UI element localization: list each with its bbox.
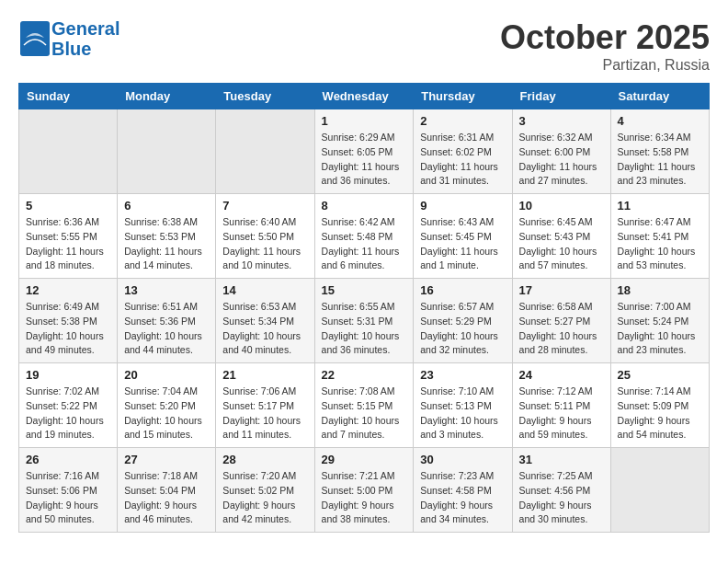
- day-number: 23: [420, 368, 505, 382]
- logo-icon: [18, 19, 51, 58]
- day-number: 5: [26, 199, 110, 213]
- day-info: Sunrise: 7:02 AM Sunset: 5:22 PM Dayligh…: [26, 385, 110, 442]
- calendar-cell: 14Sunrise: 6:53 AM Sunset: 5:34 PM Dayli…: [216, 279, 314, 363]
- calendar-table: SundayMondayTuesdayWednesdayThursdayFrid…: [18, 83, 710, 533]
- day-info: Sunrise: 6:40 AM Sunset: 5:50 PM Dayligh…: [222, 215, 307, 273]
- day-number: 16: [420, 283, 505, 297]
- calendar-cell: 4Sunrise: 6:34 AM Sunset: 5:58 PM Daylig…: [610, 109, 709, 194]
- calendar-cell: 5Sunrise: 6:36 AM Sunset: 5:55 PM Daylig…: [19, 194, 118, 279]
- day-info: Sunrise: 6:42 AM Sunset: 5:48 PM Dayligh…: [322, 215, 407, 273]
- day-number: 29: [322, 453, 407, 466]
- calendar-cell: 3Sunrise: 6:32 AM Sunset: 6:00 PM Daylig…: [512, 109, 610, 194]
- calendar-cell: 29Sunrise: 7:21 AM Sunset: 5:00 PM Dayli…: [314, 448, 414, 533]
- day-number: 7: [222, 199, 307, 213]
- calendar-cell: 13Sunrise: 6:51 AM Sunset: 5:36 PM Dayli…: [118, 279, 216, 363]
- day-info: Sunrise: 6:53 AM Sunset: 5:34 PM Dayligh…: [222, 300, 307, 358]
- title-area: October 2025 Partizan, Russia: [500, 18, 710, 74]
- day-number: 27: [124, 453, 209, 466]
- day-info: Sunrise: 7:10 AM Sunset: 5:13 PM Dayligh…: [420, 385, 505, 442]
- calendar-cell: 18Sunrise: 7:00 AM Sunset: 5:24 PM Dayli…: [610, 279, 709, 363]
- calendar-cell: 25Sunrise: 7:14 AM Sunset: 5:09 PM Dayli…: [610, 363, 709, 448]
- day-info: Sunrise: 6:47 AM Sunset: 5:41 PM Dayligh…: [618, 215, 702, 273]
- day-info: Sunrise: 7:06 AM Sunset: 5:17 PM Dayligh…: [222, 385, 307, 442]
- column-header-sunday: Sunday: [19, 84, 118, 109]
- calendar-cell: 30Sunrise: 7:23 AM Sunset: 4:58 PM Dayli…: [414, 448, 512, 533]
- day-number: 13: [124, 283, 209, 297]
- day-info: Sunrise: 6:45 AM Sunset: 5:43 PM Dayligh…: [519, 215, 604, 273]
- week-row-3: 12Sunrise: 6:49 AM Sunset: 5:38 PM Dayli…: [19, 279, 710, 363]
- day-number: 8: [322, 199, 407, 213]
- day-info: Sunrise: 6:58 AM Sunset: 5:27 PM Dayligh…: [519, 300, 604, 358]
- calendar-cell: [19, 109, 118, 194]
- day-number: 2: [420, 114, 505, 128]
- day-info: Sunrise: 7:21 AM Sunset: 5:00 PM Dayligh…: [322, 469, 407, 527]
- location-subtitle: Partizan, Russia: [500, 57, 710, 74]
- calendar-cell: 8Sunrise: 6:42 AM Sunset: 5:48 PM Daylig…: [314, 194, 414, 279]
- day-info: Sunrise: 6:43 AM Sunset: 5:45 PM Dayligh…: [420, 215, 505, 273]
- day-number: 10: [519, 199, 604, 213]
- calendar-header-row: SundayMondayTuesdayWednesdayThursdayFrid…: [19, 84, 710, 109]
- day-info: Sunrise: 7:16 AM Sunset: 5:06 PM Dayligh…: [26, 469, 110, 527]
- calendar-cell: 31Sunrise: 7:25 AM Sunset: 4:56 PM Dayli…: [512, 448, 610, 533]
- calendar-cell: 2Sunrise: 6:31 AM Sunset: 6:02 PM Daylig…: [414, 109, 512, 194]
- day-info: Sunrise: 6:49 AM Sunset: 5:38 PM Dayligh…: [26, 300, 110, 358]
- day-number: 18: [618, 283, 702, 297]
- calendar-cell: 7Sunrise: 6:40 AM Sunset: 5:50 PM Daylig…: [216, 194, 314, 279]
- calendar-cell: 28Sunrise: 7:20 AM Sunset: 5:02 PM Dayli…: [216, 448, 314, 533]
- day-number: 30: [420, 453, 505, 466]
- calendar-cell: [216, 109, 314, 194]
- day-info: Sunrise: 6:55 AM Sunset: 5:31 PM Dayligh…: [322, 300, 407, 358]
- calendar-cell: 10Sunrise: 6:45 AM Sunset: 5:43 PM Dayli…: [512, 194, 610, 279]
- day-number: 11: [618, 199, 702, 213]
- calendar-cell: 26Sunrise: 7:16 AM Sunset: 5:06 PM Dayli…: [19, 448, 118, 533]
- day-number: 15: [322, 283, 407, 297]
- day-number: 14: [222, 283, 307, 297]
- week-row-2: 5Sunrise: 6:36 AM Sunset: 5:55 PM Daylig…: [19, 194, 710, 279]
- column-header-friday: Friday: [512, 84, 610, 109]
- calendar-cell: 24Sunrise: 7:12 AM Sunset: 5:11 PM Dayli…: [512, 363, 610, 448]
- day-number: 19: [26, 368, 110, 382]
- day-number: 20: [124, 368, 209, 382]
- day-info: Sunrise: 6:29 AM Sunset: 6:05 PM Dayligh…: [322, 131, 407, 189]
- day-info: Sunrise: 6:34 AM Sunset: 5:58 PM Dayligh…: [618, 131, 702, 189]
- day-info: Sunrise: 6:36 AM Sunset: 5:55 PM Dayligh…: [26, 215, 110, 273]
- day-number: 6: [124, 199, 209, 213]
- day-number: 28: [222, 453, 307, 466]
- day-number: 25: [618, 368, 702, 382]
- column-header-thursday: Thursday: [414, 84, 512, 109]
- calendar-cell: 23Sunrise: 7:10 AM Sunset: 5:13 PM Dayli…: [414, 363, 512, 448]
- calendar-cell: 22Sunrise: 7:08 AM Sunset: 5:15 PM Dayli…: [314, 363, 414, 448]
- column-header-saturday: Saturday: [610, 84, 709, 109]
- calendar-cell: 20Sunrise: 7:04 AM Sunset: 5:20 PM Dayli…: [118, 363, 216, 448]
- calendar-cell: [610, 448, 709, 533]
- day-number: 26: [26, 453, 110, 466]
- day-info: Sunrise: 6:57 AM Sunset: 5:29 PM Dayligh…: [420, 300, 505, 358]
- day-number: 12: [26, 283, 110, 297]
- calendar-cell: 15Sunrise: 6:55 AM Sunset: 5:31 PM Dayli…: [314, 279, 414, 363]
- day-info: Sunrise: 6:31 AM Sunset: 6:02 PM Dayligh…: [420, 131, 505, 189]
- day-info: Sunrise: 7:08 AM Sunset: 5:15 PM Dayligh…: [322, 385, 407, 442]
- day-number: 24: [519, 368, 604, 382]
- page-header: General Blue October 2025 Partizan, Russ…: [18, 18, 710, 74]
- day-info: Sunrise: 7:12 AM Sunset: 5:11 PM Dayligh…: [519, 385, 604, 442]
- day-info: Sunrise: 7:04 AM Sunset: 5:20 PM Dayligh…: [124, 385, 209, 442]
- day-info: Sunrise: 7:18 AM Sunset: 5:04 PM Dayligh…: [124, 469, 209, 527]
- calendar-cell: [118, 109, 216, 194]
- column-header-wednesday: Wednesday: [314, 84, 414, 109]
- day-info: Sunrise: 6:32 AM Sunset: 6:00 PM Dayligh…: [519, 131, 604, 189]
- day-info: Sunrise: 6:38 AM Sunset: 5:53 PM Dayligh…: [124, 215, 209, 273]
- logo: General Blue: [18, 18, 119, 59]
- day-info: Sunrise: 7:25 AM Sunset: 4:56 PM Dayligh…: [519, 469, 604, 527]
- calendar-cell: 21Sunrise: 7:06 AM Sunset: 5:17 PM Dayli…: [216, 363, 314, 448]
- month-title: October 2025: [500, 18, 710, 57]
- logo-general: General: [51, 18, 119, 39]
- calendar-cell: 19Sunrise: 7:02 AM Sunset: 5:22 PM Dayli…: [19, 363, 118, 448]
- column-header-monday: Monday: [118, 84, 216, 109]
- calendar-cell: 17Sunrise: 6:58 AM Sunset: 5:27 PM Dayli…: [512, 279, 610, 363]
- day-number: 3: [519, 114, 604, 128]
- day-info: Sunrise: 7:14 AM Sunset: 5:09 PM Dayligh…: [618, 385, 702, 442]
- day-number: 17: [519, 283, 604, 297]
- calendar-cell: 9Sunrise: 6:43 AM Sunset: 5:45 PM Daylig…: [414, 194, 512, 279]
- day-info: Sunrise: 7:20 AM Sunset: 5:02 PM Dayligh…: [222, 469, 307, 527]
- day-number: 21: [222, 368, 307, 382]
